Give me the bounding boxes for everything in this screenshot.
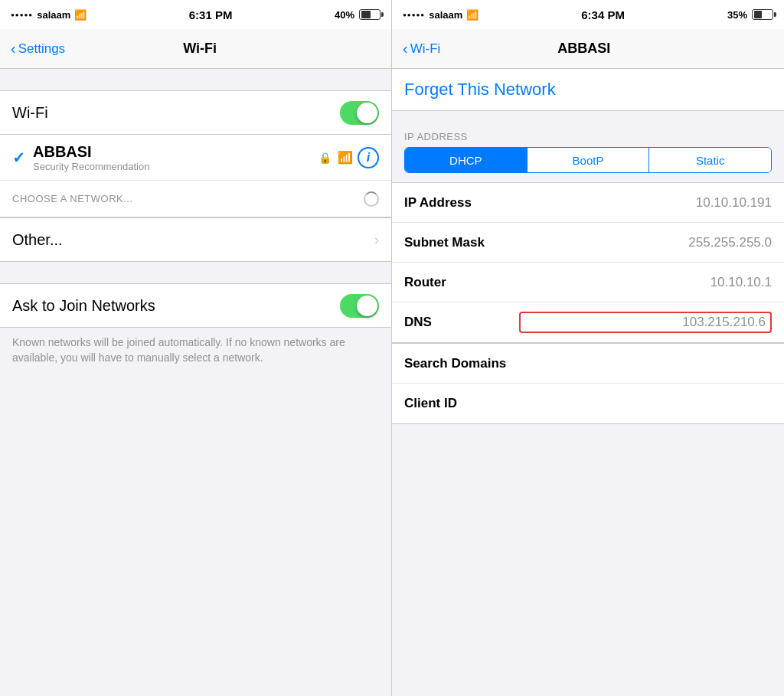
back-label: Settings [18, 41, 65, 57]
seg-static-label: Static [696, 154, 725, 167]
loading-spinner [364, 191, 379, 207]
other-group: Other... › [0, 218, 391, 262]
abbasi-icons: 🔒 📶 [318, 150, 353, 165]
right-signal-dots: ●●●●● [403, 11, 425, 18]
abbasi-row: ✓ ABBASI Security Recommendation 🔒 📶 i [0, 135, 391, 181]
subnet-value: 255.255.255.0 [519, 235, 772, 250]
router-value: 10.10.10.1 [519, 275, 772, 290]
router-row: Router 10.10.10.1 [392, 263, 784, 302]
right-status-right: 35% [727, 9, 773, 21]
choose-network-label: CHOOSE A NETWORK... [12, 193, 364, 204]
subnet-label: Subnet Mask [404, 235, 519, 250]
right-back-label: Wi-Fi [410, 41, 441, 57]
ip-rows-group: IP Address 10.10.10.191 Subnet Mask 255.… [392, 182, 784, 343]
client-id-label: Client ID [404, 396, 772, 411]
wifi-label: Wi-Fi [12, 104, 340, 122]
left-wifi-icon: 📶 [74, 9, 87, 21]
ask-toggle[interactable] [340, 294, 379, 318]
ip-address-section: IP ADDRESS DHCP BootP Static [392, 128, 784, 173]
right-status-left: ●●●●● salaam 📶 [403, 9, 479, 21]
right-time: 6:34 PM [581, 8, 625, 21]
left-time: 6:31 PM [189, 8, 233, 21]
back-chevron-icon: ‹ [11, 40, 16, 57]
wifi-title: Wi-Fi [65, 41, 335, 57]
seg-static[interactable]: Static [649, 148, 771, 172]
other-chevron-icon: › [374, 232, 379, 248]
ip-address-header: IP ADDRESS [392, 128, 784, 147]
middle-spacer [0, 262, 391, 283]
wifi-back-button[interactable]: ‹ Wi-Fi [403, 40, 440, 57]
abbasi-nav-title: ABBASI [440, 41, 727, 57]
choose-network-row: CHOOSE A NETWORK... [0, 181, 391, 217]
right-nav-bar: ‹ Wi-Fi ABBASI [392, 29, 784, 69]
ask-group: Ask to Join Networks [0, 283, 391, 328]
wifi-toggle-row: Wi-Fi [0, 91, 391, 134]
right-panel: ●●●●● salaam 📶 6:34 PM 35% ‹ Wi-Fi ABBAS… [392, 0, 784, 696]
right-back-chevron-icon: ‹ [403, 40, 408, 57]
left-nav-bar: ‹ Settings Wi-Fi [0, 29, 391, 69]
left-panel: ●●●●● salaam 📶 6:31 PM 40% ‹ Settings Wi… [0, 0, 392, 696]
seg-dhcp-label: DHCP [449, 154, 482, 167]
right-carrier: salaam [429, 9, 462, 21]
ip-segmented-control: DHCP BootP Static [404, 147, 772, 173]
forget-network-button[interactable]: Forget This Network [404, 80, 556, 99]
client-id-row: Client ID [392, 384, 784, 423]
other-row[interactable]: Other... › [0, 218, 391, 261]
search-domains-row: Search Domains [392, 344, 784, 384]
forget-section: Forget This Network [392, 69, 784, 111]
bottom-rows-group: Search Domains Client ID [392, 343, 784, 424]
right-status-bar: ●●●●● salaam 📶 6:34 PM 35% [392, 0, 784, 29]
left-status-right: 40% [335, 9, 381, 21]
router-label: Router [404, 275, 519, 290]
top-spacer [0, 69, 391, 90]
toggle-knob [357, 103, 377, 123]
lock-icon: 🔒 [318, 152, 332, 164]
abbasi-checkmark: ✓ [12, 149, 25, 167]
abbasi-name: ABBASI [33, 143, 318, 161]
abbasi-wifi-icon: 📶 [338, 150, 353, 165]
seg-dhcp[interactable]: DHCP [405, 148, 528, 172]
left-carrier: salaam [37, 9, 70, 21]
ask-row: Ask to Join Networks [0, 284, 391, 327]
info-i-icon: i [367, 151, 370, 165]
left-battery-icon [359, 9, 381, 20]
abbasi-info-button[interactable]: i [358, 147, 379, 168]
left-status-left: ●●●●● salaam 📶 [11, 9, 87, 21]
abbasi-group: ✓ ABBASI Security Recommendation 🔒 📶 i C… [0, 135, 391, 218]
abbasi-subtitle: Security Recommendation [33, 161, 318, 172]
ip-address-label: IP Address [404, 195, 519, 211]
wifi-toggle[interactable] [340, 101, 379, 125]
ask-description: Known networks will be joined automatica… [0, 328, 391, 377]
ip-address-value: 10.10.10.191 [519, 195, 772, 211]
right-wifi-icon: 📶 [466, 9, 479, 21]
settings-back-button[interactable]: ‹ Settings [11, 40, 65, 57]
other-label: Other... [12, 231, 374, 249]
right-battery-icon [752, 9, 773, 20]
ask-label: Ask to Join Networks [12, 297, 340, 315]
subnet-row: Subnet Mask 255.255.255.0 [392, 223, 784, 263]
seg-bootp-label: BootP [573, 154, 604, 167]
wifi-toggle-group: Wi-Fi [0, 90, 391, 135]
signal-dots: ●●●●● [11, 11, 33, 18]
dns-value: 103.215.210.6 [519, 312, 772, 333]
ask-toggle-knob [357, 296, 377, 316]
right-battery-pct: 35% [727, 9, 747, 21]
abbasi-info: ABBASI Security Recommendation [33, 143, 318, 172]
left-battery-pct: 40% [335, 9, 354, 21]
left-status-bar: ●●●●● salaam 📶 6:31 PM 40% [0, 0, 391, 29]
ip-address-row: IP Address 10.10.10.191 [392, 183, 784, 223]
dns-row: DNS 103.215.210.6 [392, 302, 784, 342]
search-domains-label: Search Domains [404, 356, 772, 371]
dns-label: DNS [404, 315, 519, 330]
seg-bootp[interactable]: BootP [528, 148, 650, 172]
